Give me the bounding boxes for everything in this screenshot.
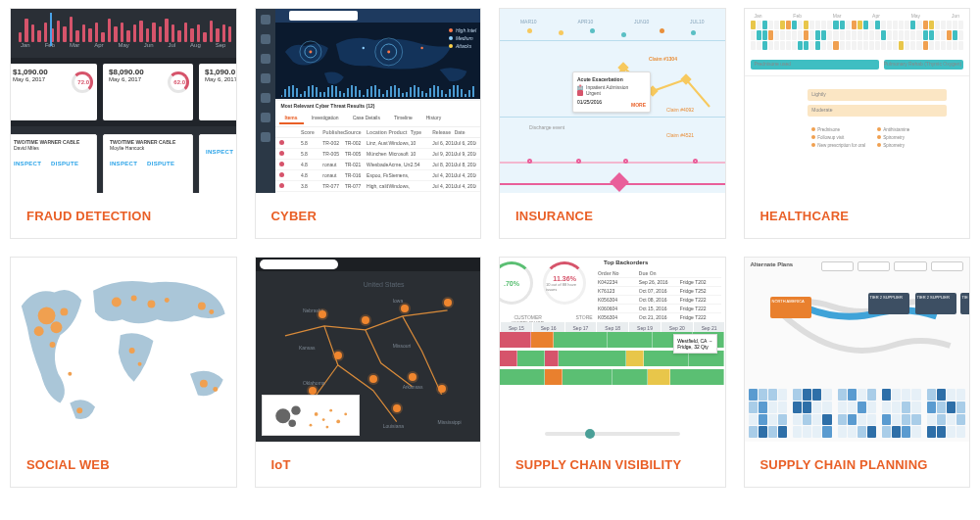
card-label: INSURANCE bbox=[500, 193, 725, 238]
svg-point-14 bbox=[60, 307, 68, 315]
svg-point-23 bbox=[138, 362, 142, 366]
card-grid: JanFebMarAprMayJunJulAugSep $1,090.00May… bbox=[10, 8, 970, 488]
svg-point-40 bbox=[314, 412, 318, 416]
svg-point-41 bbox=[321, 418, 324, 421]
svg-point-44 bbox=[344, 413, 347, 416]
iot-country-label: United States bbox=[363, 281, 404, 288]
cyber-thumb: High Intel Medium Attacks Most Relevant … bbox=[256, 9, 481, 193]
svg-point-27 bbox=[68, 372, 72, 376]
cyber-search-field bbox=[289, 11, 358, 21]
cyber-table: Most Relevant Cyber Threat Results (12) … bbox=[275, 101, 481, 193]
insurance-popup: Acute Exacerbation 🏥Inpatient Admission … bbox=[572, 71, 651, 113]
planning-node: TIER 2 SUPPLIER bbox=[915, 293, 956, 314]
svg-point-5 bbox=[387, 50, 390, 53]
cyber-legend: High Intel Medium Attacks bbox=[449, 26, 476, 50]
svg-text:Kansas: Kansas bbox=[298, 345, 315, 351]
card-healthcare[interactable]: JanFebMarAprMayJun Prednisone used Pulmo… bbox=[744, 8, 971, 239]
svg-point-26 bbox=[76, 407, 82, 413]
planning-node: TIER 2 SUPPLIER bbox=[868, 293, 909, 314]
card-label: SUPPLY CHAIN VISIBILITY bbox=[500, 442, 725, 487]
svg-text:Mississippi: Mississippi bbox=[437, 419, 461, 425]
card-label: SUPPLY CHAIN PLANNING bbox=[745, 442, 970, 487]
card-label: HEALTHCARE bbox=[745, 193, 970, 238]
svg-point-19 bbox=[165, 298, 170, 303]
svg-point-22 bbox=[129, 348, 135, 354]
svg-point-13 bbox=[34, 326, 44, 336]
svg-point-46 bbox=[325, 426, 328, 429]
card-label: FRAUD DETECTION bbox=[11, 193, 236, 238]
svg-point-38 bbox=[291, 405, 300, 414]
svg-point-24 bbox=[200, 380, 208, 388]
svg-point-25 bbox=[213, 387, 218, 392]
kpi-gauge: .70% bbox=[500, 261, 533, 305]
svg-point-37 bbox=[275, 408, 290, 423]
card-iot[interactable]: United States NebraskaIowa KansasMissour… bbox=[255, 257, 482, 488]
fraud-thumb: JanFebMarAprMayJunJulAugSep $1,090.00May… bbox=[11, 9, 236, 193]
timeline-slider bbox=[545, 432, 680, 436]
svg-point-6 bbox=[420, 47, 422, 49]
card-social-web[interactable]: SOCIAL WEB bbox=[10, 257, 237, 488]
svg-point-16 bbox=[112, 298, 122, 307]
svg-point-18 bbox=[147, 301, 155, 308]
svg-point-39 bbox=[288, 420, 296, 428]
card-label: SOCIAL WEB bbox=[11, 442, 236, 487]
card-supply-chain-planning[interactable]: Alternate Plans NORTH AMERICA TIER 2 SUP… bbox=[744, 257, 971, 488]
svg-point-43 bbox=[336, 420, 340, 424]
card-label: IoT bbox=[256, 442, 481, 487]
svg-point-12 bbox=[51, 321, 63, 333]
svg-point-42 bbox=[329, 409, 332, 412]
visibility-thumb: .70% 11.36% 10 out of 88 have issues Top… bbox=[500, 258, 725, 442]
svg-point-45 bbox=[309, 424, 312, 427]
svg-text:Arkansas: Arkansas bbox=[402, 384, 422, 390]
planning-thumb: Alternate Plans NORTH AMERICA TIER 2 SUP… bbox=[745, 258, 970, 442]
svg-text:Missouri: Missouri bbox=[392, 343, 411, 349]
insurance-thumb: MAR10APR10JUN10JUL10 C bbox=[500, 9, 725, 193]
iot-thumb: United States NebraskaIowa KansasMissour… bbox=[256, 258, 481, 442]
kpi-gauge-2: 11.36% 10 out of 88 have issues bbox=[543, 261, 586, 305]
card-cyber[interactable]: High Intel Medium Attacks Most Relevant … bbox=[255, 8, 482, 239]
svg-point-11 bbox=[38, 307, 56, 324]
visibility-tooltip: Westfield, CA → Fridge, 32 Qty bbox=[673, 334, 716, 354]
svg-point-15 bbox=[50, 342, 56, 348]
healthcare-thumb: JanFebMarAprMayJun Prednisone used Pulmo… bbox=[745, 9, 970, 193]
cyber-world-map: High Intel Medium Attacks bbox=[275, 23, 481, 99]
planning-node: TIE bbox=[960, 293, 970, 314]
card-supply-chain-visibility[interactable]: .70% 11.36% 10 out of 88 have issues Top… bbox=[499, 257, 726, 488]
planning-node: NORTH AMERICA bbox=[770, 297, 811, 318]
svg-point-20 bbox=[198, 303, 206, 310]
card-fraud-detection[interactable]: JanFebMarAprMayJunJulAugSep $1,090.00May… bbox=[10, 8, 237, 239]
svg-text:Oklahoma: Oklahoma bbox=[302, 380, 324, 386]
cyber-sidebar bbox=[256, 9, 275, 193]
svg-text:Louisiana: Louisiana bbox=[382, 423, 404, 429]
svg-point-17 bbox=[131, 296, 137, 302]
svg-point-4 bbox=[309, 50, 312, 53]
svg-point-7 bbox=[362, 47, 364, 49]
social-thumb bbox=[11, 258, 236, 442]
card-label: CYBER bbox=[256, 193, 481, 238]
svg-point-21 bbox=[209, 309, 214, 314]
card-insurance[interactable]: MAR10APR10JUN10JUL10 C bbox=[499, 8, 726, 239]
iot-inset-map bbox=[262, 395, 360, 436]
svg-text:Iowa: Iowa bbox=[392, 298, 403, 304]
